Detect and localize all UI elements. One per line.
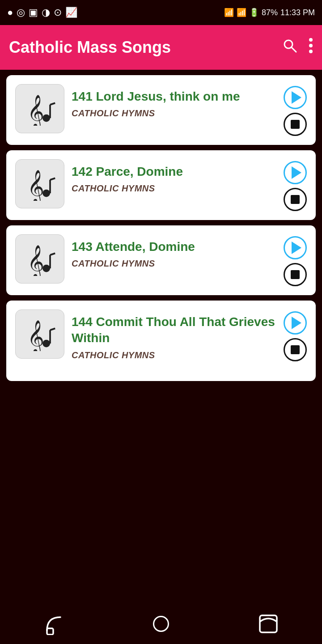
song-list: 𝄞 141 Lord Jesus, think on me CATHOLIC H… [0, 75, 322, 381]
cast-icon: ▣ [29, 7, 38, 18]
time-display: 11:33 PM [280, 8, 315, 17]
home-icon [153, 616, 169, 632]
play-button-144[interactable] [284, 311, 307, 335]
svg-line-20 [50, 328, 55, 330]
svg-line-1 [292, 47, 296, 52]
svg-line-8 [50, 103, 55, 105]
song-item-144[interactable]: 𝄞 144 Commit Thou All That Grieves Withi… [6, 301, 316, 381]
svg-point-3 [309, 44, 313, 47]
stop-button-141[interactable] [284, 113, 307, 136]
song-info-144: 144 Commit Thou All That Grieves Within … [72, 309, 279, 360]
play-button-141[interactable] [284, 86, 307, 109]
play-button-143[interactable] [284, 236, 307, 259]
location-icon: ⊙ [54, 7, 62, 18]
svg-line-16 [50, 253, 55, 255]
stop-icon-143 [291, 270, 300, 279]
signal-icon: 📶 [224, 8, 234, 17]
status-icons-left: ● ◎ ▣ ◑ ⊙ 📈 [7, 7, 77, 18]
song-category-141: CATHOLIC HYMNS [72, 108, 279, 119]
activity-icon: 📈 [65, 7, 77, 18]
song-controls-144 [284, 309, 307, 361]
app-title: Catholic Mass Songs [9, 38, 282, 57]
song-info-143: 143 Attende, Domine CATHOLIC HYMNS [72, 234, 279, 269]
status-bar-right: 📶 📶 🔋 87% 11:33 PM [224, 8, 315, 17]
song-controls-141 [284, 84, 307, 136]
header-actions [282, 38, 313, 58]
svg-text:𝄞: 𝄞 [27, 320, 44, 351]
song-controls-143 [284, 234, 307, 286]
svg-point-2 [309, 38, 313, 42]
stop-icon-141 [291, 120, 300, 129]
play-icon-143 [292, 242, 301, 254]
svg-point-14 [42, 264, 50, 272]
battery-percentage: 87% [262, 8, 278, 17]
svg-text:𝄞: 𝄞 [27, 169, 44, 200]
song-title-143: 143 Attende, Domine [72, 239, 279, 255]
svg-text:𝄞: 𝄞 [27, 94, 44, 125]
stop-button-142[interactable] [284, 188, 307, 211]
recent-nav-button[interactable] [255, 610, 282, 637]
play-icon-141 [292, 91, 301, 104]
play-icon-144 [292, 317, 301, 329]
song-thumbnail-142: 𝄞 [15, 159, 64, 208]
moon-icon: ◑ [42, 7, 50, 18]
svg-point-18 [42, 339, 50, 347]
song-title-141: 141 Lord Jesus, think on me [72, 89, 279, 105]
stop-button-143[interactable] [284, 263, 307, 286]
song-category-143: CATHOLIC HYMNS [72, 258, 279, 269]
home-nav-button[interactable] [148, 610, 174, 637]
song-item-143[interactable]: 𝄞 143 Attende, Domine CATHOLIC HYMNS [6, 225, 316, 295]
song-item-141[interactable]: 𝄞 141 Lord Jesus, think on me CATHOLIC H… [6, 75, 316, 145]
svg-point-4 [309, 50, 313, 53]
play-button-142[interactable] [284, 161, 307, 184]
song-category-144: CATHOLIC HYMNS [72, 350, 279, 360]
svg-point-10 [42, 189, 50, 197]
svg-text:𝄞: 𝄞 [27, 245, 44, 275]
song-controls-142 [284, 159, 307, 211]
song-thumbnail-143: 𝄞 [15, 234, 64, 284]
song-info-142: 142 Parce, Domine CATHOLIC HYMNS [72, 159, 279, 194]
signal-icon-2: 📶 [237, 8, 246, 17]
stop-button-144[interactable] [284, 338, 307, 361]
back-nav-button[interactable] [40, 610, 67, 637]
stop-icon-142 [291, 195, 300, 204]
song-category-142: CATHOLIC HYMNS [72, 183, 279, 194]
more-options-button[interactable] [309, 38, 313, 58]
song-info-141: 141 Lord Jesus, think on me CATHOLIC HYM… [72, 84, 279, 119]
song-title-144: 144 Commit Thou All That Grieves Within [72, 314, 279, 347]
whatsapp-icon: ● [7, 7, 13, 18]
search-button[interactable] [282, 38, 298, 58]
svg-point-6 [42, 114, 50, 122]
svg-line-12 [50, 178, 55, 180]
battery-icon: 🔋 [249, 8, 259, 17]
play-icon-142 [292, 166, 301, 179]
song-thumbnail-141: 𝄞 [15, 84, 64, 133]
song-thumbnail-144: 𝄞 [15, 309, 64, 359]
svg-rect-21 [47, 628, 53, 635]
song-title-142: 142 Parce, Domine [72, 164, 279, 180]
song-item-142[interactable]: 𝄞 142 Parce, Domine CATHOLIC HYMNS [6, 150, 316, 220]
bottom-navigation [0, 604, 322, 644]
stop-icon-144 [291, 345, 300, 354]
message-icon: ◎ [17, 7, 25, 18]
app-header: Catholic Mass Songs [0, 25, 322, 70]
status-bar: ● ◎ ▣ ◑ ⊙ 📈 📶 📶 🔋 87% 11:33 PM [0, 0, 322, 25]
